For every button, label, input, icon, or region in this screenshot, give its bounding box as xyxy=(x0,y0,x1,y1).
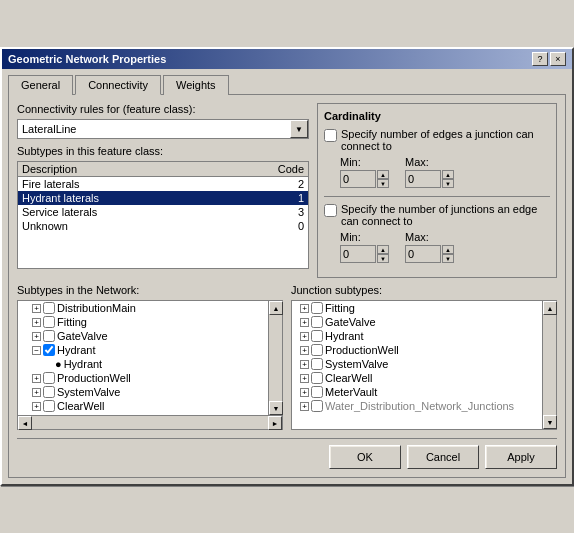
junction-tree[interactable]: +Fitting+GateValve+Hydrant+ProductionWel… xyxy=(291,300,543,430)
edge-junction-max-up[interactable]: ▲ xyxy=(442,170,454,179)
tab-content: Connectivity rules for (feature class): … xyxy=(8,94,566,478)
junction-scroll-down[interactable]: ▼ xyxy=(543,415,557,429)
tab-general[interactable]: General xyxy=(8,75,73,95)
junction-edge-min-up[interactable]: ▲ xyxy=(377,245,389,254)
expand-icon[interactable]: + xyxy=(300,346,309,355)
tree-checkbox[interactable] xyxy=(43,330,55,342)
junction-edge-checkbox[interactable] xyxy=(324,204,337,217)
expand-icon[interactable]: + xyxy=(300,402,309,411)
expand-icon[interactable]: + xyxy=(32,332,41,341)
edge-junction-checkbox[interactable] xyxy=(324,129,337,142)
junction-edge-max-input[interactable] xyxy=(405,245,441,263)
tree-checkbox[interactable] xyxy=(311,344,323,356)
table-row[interactable]: Unknown0 xyxy=(18,219,308,233)
junction-edge-min-down[interactable]: ▼ xyxy=(377,254,389,263)
tree-item-label: Hydrant xyxy=(57,344,96,356)
edge-junction-max-input[interactable] xyxy=(405,170,441,188)
list-item[interactable]: +GateValve xyxy=(18,329,268,343)
edge-junction-max-label: Max: xyxy=(405,156,454,168)
list-item[interactable]: +ClearWell xyxy=(18,399,268,413)
table-row[interactable]: Fire laterals2 xyxy=(18,177,308,192)
tree-checkbox[interactable] xyxy=(311,358,323,370)
tree-checkbox[interactable] xyxy=(311,386,323,398)
edge-junction-min-down[interactable]: ▼ xyxy=(377,179,389,188)
bottom-section: Subtypes in the Network: +DistributionMa… xyxy=(17,284,557,430)
tree-item-label: ClearWell xyxy=(57,400,104,412)
subtype-code: 2 xyxy=(225,177,308,192)
network-label: Subtypes in the Network: xyxy=(17,284,283,296)
edge-junction-min-up[interactable]: ▲ xyxy=(377,170,389,179)
list-item[interactable]: +MeterVault xyxy=(292,385,542,399)
tree-item-label: SystemValve xyxy=(325,358,388,370)
expand-icon[interactable]: + xyxy=(32,402,41,411)
tree-checkbox[interactable] xyxy=(43,400,55,412)
expand-icon[interactable]: + xyxy=(300,332,309,341)
expand-icon[interactable]: + xyxy=(32,318,41,327)
tree-checkbox[interactable] xyxy=(43,302,55,314)
junction-edge-min-input[interactable] xyxy=(340,245,376,263)
junction-label: Junction subtypes: xyxy=(291,284,557,296)
window-title: Geometric Network Properties xyxy=(8,53,166,65)
tree-item-label: SystemValve xyxy=(57,386,120,398)
tree-checkbox[interactable] xyxy=(311,302,323,314)
expand-icon[interactable]: + xyxy=(32,374,41,383)
junction-scroll-thumb xyxy=(543,315,556,415)
junction-edge-max-up[interactable]: ▲ xyxy=(442,245,454,254)
subtype-code: 1 xyxy=(225,191,308,205)
tree-checkbox[interactable] xyxy=(311,316,323,328)
expand-icon[interactable]: + xyxy=(32,388,41,397)
tree-checkbox[interactable] xyxy=(43,386,55,398)
expand-icon[interactable]: − xyxy=(32,346,41,355)
list-item[interactable]: +ProductionWell xyxy=(18,371,268,385)
tree-checkbox[interactable] xyxy=(311,400,323,412)
tree-checkbox[interactable] xyxy=(311,372,323,384)
feature-class-dropdown[interactable]: LateralLine ▼ xyxy=(17,119,309,139)
tab-weights[interactable]: Weights xyxy=(163,75,229,95)
network-scroll-down[interactable]: ▼ xyxy=(269,401,283,415)
edge-junction-max-down[interactable]: ▼ xyxy=(442,179,454,188)
list-item[interactable]: +ClearWell xyxy=(292,371,542,385)
expand-icon[interactable]: + xyxy=(300,360,309,369)
list-item[interactable]: +Water_Distribution_Network_Junctions xyxy=(292,399,542,413)
expand-icon[interactable]: + xyxy=(300,374,309,383)
list-item[interactable]: +Fitting xyxy=(18,315,268,329)
list-item[interactable]: +DistributionMain xyxy=(18,301,268,315)
edge-junction-min-input[interactable] xyxy=(340,170,376,188)
list-item[interactable]: +SystemValve xyxy=(292,357,542,371)
network-tree[interactable]: +DistributionMain+Fitting+GateValve−Hydr… xyxy=(17,300,269,416)
help-button[interactable]: ? xyxy=(532,52,548,66)
tab-connectivity[interactable]: Connectivity xyxy=(75,75,161,95)
tree-checkbox[interactable] xyxy=(311,330,323,342)
network-scroll-up[interactable]: ▲ xyxy=(269,301,283,315)
list-item[interactable]: −Hydrant xyxy=(18,343,268,357)
network-section: Subtypes in the Network: +DistributionMa… xyxy=(17,284,283,430)
network-scroll-left[interactable]: ◄ xyxy=(18,416,32,430)
list-item[interactable]: +GateValve xyxy=(292,315,542,329)
table-row[interactable]: Service laterals3 xyxy=(18,205,308,219)
table-row[interactable]: Hydrant laterals1 xyxy=(18,191,308,205)
list-item[interactable]: +Fitting xyxy=(292,301,542,315)
close-button[interactable]: × xyxy=(550,52,566,66)
cancel-button[interactable]: Cancel xyxy=(407,445,479,469)
expand-icon[interactable]: + xyxy=(300,388,309,397)
junction-edge-max-down[interactable]: ▼ xyxy=(442,254,454,263)
network-scroll-right[interactable]: ► xyxy=(268,416,282,430)
tree-checkbox[interactable] xyxy=(43,316,55,328)
subtypes-table-container: Description Code Fire laterals2Hydrant l… xyxy=(17,161,309,269)
list-item[interactable]: +Hydrant xyxy=(292,329,542,343)
list-item[interactable]: ●Hydrant xyxy=(18,357,268,371)
tree-checkbox[interactable] xyxy=(43,372,55,384)
tree-item-label: GateValve xyxy=(325,316,376,328)
expand-icon[interactable]: + xyxy=(300,318,309,327)
tree-checkbox[interactable] xyxy=(43,344,55,356)
list-item[interactable]: +ProductionWell xyxy=(292,343,542,357)
expand-icon[interactable]: + xyxy=(300,304,309,313)
junction-edge-min-label: Min: xyxy=(340,231,389,243)
junction-scroll-up[interactable]: ▲ xyxy=(543,301,557,315)
cardinality-title: Cardinality xyxy=(324,110,550,122)
list-item[interactable]: +SystemValve xyxy=(18,385,268,399)
expand-icon[interactable]: + xyxy=(32,304,41,313)
apply-button[interactable]: Apply xyxy=(485,445,557,469)
ok-button[interactable]: OK xyxy=(329,445,401,469)
feature-class-dropdown-btn[interactable]: ▼ xyxy=(290,120,308,138)
